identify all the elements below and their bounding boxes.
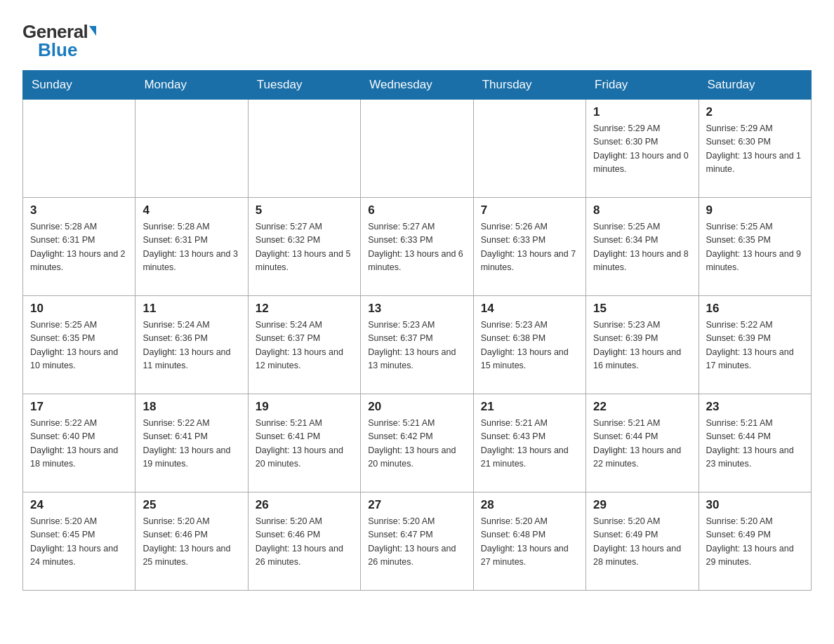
day-info: Sunrise: 5:20 AMSunset: 6:49 PMDaylight:… xyxy=(706,515,804,570)
calendar-day-12: 12Sunrise: 5:24 AMSunset: 6:37 PMDayligh… xyxy=(248,296,360,394)
day-number: 14 xyxy=(481,302,578,316)
day-info: Sunrise: 5:21 AMSunset: 6:41 PMDaylight:… xyxy=(256,417,353,471)
day-info: Sunrise: 5:26 AMSunset: 6:33 PMDaylight:… xyxy=(481,220,578,275)
logo-triangle-icon xyxy=(89,26,96,36)
calendar-day-empty xyxy=(135,100,248,198)
day-number: 26 xyxy=(256,498,353,512)
calendar-day-empty xyxy=(361,100,473,198)
calendar-week-1: 1Sunrise: 5:29 AMSunset: 6:30 PMDaylight… xyxy=(23,100,812,198)
calendar-day-30: 30Sunrise: 5:20 AMSunset: 6:49 PMDayligh… xyxy=(699,492,811,591)
calendar-day-17: 17Sunrise: 5:22 AMSunset: 6:40 PMDayligh… xyxy=(23,394,135,492)
day-number: 25 xyxy=(143,498,240,512)
calendar-day-26: 26Sunrise: 5:20 AMSunset: 6:46 PMDayligh… xyxy=(248,492,360,591)
day-number: 2 xyxy=(706,105,804,119)
calendar-day-3: 3Sunrise: 5:28 AMSunset: 6:31 PMDaylight… xyxy=(23,198,135,296)
calendar-day-7: 7Sunrise: 5:26 AMSunset: 6:33 PMDaylight… xyxy=(473,198,585,296)
day-number: 28 xyxy=(481,498,578,512)
day-header-saturday: Saturday xyxy=(699,71,811,100)
day-info: Sunrise: 5:23 AMSunset: 6:39 PMDaylight:… xyxy=(593,318,691,373)
day-header-wednesday: Wednesday xyxy=(361,71,473,100)
day-info: Sunrise: 5:23 AMSunset: 6:37 PMDaylight:… xyxy=(368,318,465,373)
calendar-day-24: 24Sunrise: 5:20 AMSunset: 6:45 PMDayligh… xyxy=(23,492,135,591)
day-info: Sunrise: 5:21 AMSunset: 6:42 PMDaylight:… xyxy=(368,417,465,471)
day-info: Sunrise: 5:29 AMSunset: 6:30 PMDaylight:… xyxy=(593,122,691,177)
day-number: 9 xyxy=(706,203,804,217)
calendar-week-4: 17Sunrise: 5:22 AMSunset: 6:40 PMDayligh… xyxy=(23,394,812,492)
day-number: 13 xyxy=(368,302,465,316)
day-info: Sunrise: 5:20 AMSunset: 6:48 PMDaylight:… xyxy=(481,515,578,570)
day-number: 24 xyxy=(30,498,128,512)
day-number: 29 xyxy=(593,498,691,512)
day-header-friday: Friday xyxy=(586,71,699,100)
calendar-day-25: 25Sunrise: 5:20 AMSunset: 6:46 PMDayligh… xyxy=(135,492,248,591)
day-info: Sunrise: 5:21 AMSunset: 6:44 PMDaylight:… xyxy=(706,417,804,471)
day-number: 27 xyxy=(368,498,465,512)
calendar-day-27: 27Sunrise: 5:20 AMSunset: 6:47 PMDayligh… xyxy=(361,492,473,591)
day-info: Sunrise: 5:22 AMSunset: 6:40 PMDaylight:… xyxy=(30,417,128,471)
calendar-week-5: 24Sunrise: 5:20 AMSunset: 6:45 PMDayligh… xyxy=(23,492,812,591)
calendar-day-20: 20Sunrise: 5:21 AMSunset: 6:42 PMDayligh… xyxy=(361,394,473,492)
day-number: 20 xyxy=(368,400,465,414)
day-info: Sunrise: 5:29 AMSunset: 6:30 PMDaylight:… xyxy=(706,122,804,177)
day-number: 30 xyxy=(706,498,804,512)
day-number: 1 xyxy=(593,105,691,119)
day-header-thursday: Thursday xyxy=(473,71,585,100)
calendar-day-9: 9Sunrise: 5:25 AMSunset: 6:35 PMDaylight… xyxy=(699,198,811,296)
day-number: 15 xyxy=(593,302,691,316)
day-info: Sunrise: 5:28 AMSunset: 6:31 PMDaylight:… xyxy=(143,220,240,275)
day-number: 5 xyxy=(256,203,353,217)
day-number: 6 xyxy=(368,203,465,217)
calendar-day-10: 10Sunrise: 5:25 AMSunset: 6:35 PMDayligh… xyxy=(23,296,135,394)
calendar-day-5: 5Sunrise: 5:27 AMSunset: 6:32 PMDaylight… xyxy=(248,198,360,296)
calendar-day-29: 29Sunrise: 5:20 AMSunset: 6:49 PMDayligh… xyxy=(586,492,699,591)
day-info: Sunrise: 5:24 AMSunset: 6:36 PMDaylight:… xyxy=(143,318,240,373)
day-header-tuesday: Tuesday xyxy=(248,71,360,100)
day-header-sunday: Sunday xyxy=(23,71,135,100)
calendar-day-11: 11Sunrise: 5:24 AMSunset: 6:36 PMDayligh… xyxy=(135,296,248,394)
day-info: Sunrise: 5:20 AMSunset: 6:46 PMDaylight:… xyxy=(143,515,240,570)
days-header-row: SundayMondayTuesdayWednesdayThursdayFrid… xyxy=(23,71,812,100)
day-info: Sunrise: 5:27 AMSunset: 6:33 PMDaylight:… xyxy=(368,220,465,275)
day-header-monday: Monday xyxy=(135,71,248,100)
calendar-day-empty xyxy=(23,100,135,198)
calendar-day-14: 14Sunrise: 5:23 AMSunset: 6:38 PMDayligh… xyxy=(473,296,585,394)
calendar-day-15: 15Sunrise: 5:23 AMSunset: 6:39 PMDayligh… xyxy=(586,296,699,394)
calendar-day-6: 6Sunrise: 5:27 AMSunset: 6:33 PMDaylight… xyxy=(361,198,473,296)
calendar-day-28: 28Sunrise: 5:20 AMSunset: 6:48 PMDayligh… xyxy=(473,492,585,591)
calendar-day-4: 4Sunrise: 5:28 AMSunset: 6:31 PMDaylight… xyxy=(135,198,248,296)
day-info: Sunrise: 5:28 AMSunset: 6:31 PMDaylight:… xyxy=(30,220,128,275)
day-number: 23 xyxy=(706,400,804,414)
day-info: Sunrise: 5:20 AMSunset: 6:45 PMDaylight:… xyxy=(30,515,128,570)
day-number: 11 xyxy=(143,302,240,316)
day-number: 17 xyxy=(30,400,128,414)
day-info: Sunrise: 5:21 AMSunset: 6:44 PMDaylight:… xyxy=(593,417,691,471)
day-info: Sunrise: 5:22 AMSunset: 6:39 PMDaylight:… xyxy=(706,318,804,373)
logo-general-text: General xyxy=(22,22,88,41)
calendar-day-2: 2Sunrise: 5:29 AMSunset: 6:30 PMDaylight… xyxy=(699,100,811,198)
day-info: Sunrise: 5:20 AMSunset: 6:49 PMDaylight:… xyxy=(593,515,691,570)
day-number: 12 xyxy=(256,302,353,316)
calendar-day-empty xyxy=(248,100,360,198)
day-number: 18 xyxy=(143,400,240,414)
day-number: 19 xyxy=(256,400,353,414)
day-info: Sunrise: 5:20 AMSunset: 6:47 PMDaylight:… xyxy=(368,515,465,570)
calendar-day-13: 13Sunrise: 5:23 AMSunset: 6:37 PMDayligh… xyxy=(361,296,473,394)
day-info: Sunrise: 5:25 AMSunset: 6:35 PMDaylight:… xyxy=(706,220,804,275)
day-number: 4 xyxy=(143,203,240,217)
day-number: 10 xyxy=(30,302,128,316)
day-info: Sunrise: 5:25 AMSunset: 6:35 PMDaylight:… xyxy=(30,318,128,373)
calendar-day-22: 22Sunrise: 5:21 AMSunset: 6:44 PMDayligh… xyxy=(586,394,699,492)
day-info: Sunrise: 5:23 AMSunset: 6:38 PMDaylight:… xyxy=(481,318,578,373)
day-info: Sunrise: 5:20 AMSunset: 6:46 PMDaylight:… xyxy=(256,515,353,570)
day-number: 21 xyxy=(481,400,578,414)
calendar-day-23: 23Sunrise: 5:21 AMSunset: 6:44 PMDayligh… xyxy=(699,394,811,492)
day-number: 8 xyxy=(593,203,691,217)
page-header: General Blue xyxy=(22,17,812,59)
day-info: Sunrise: 5:25 AMSunset: 6:34 PMDaylight:… xyxy=(593,220,691,275)
calendar-day-19: 19Sunrise: 5:21 AMSunset: 6:41 PMDayligh… xyxy=(248,394,360,492)
calendar-week-3: 10Sunrise: 5:25 AMSunset: 6:35 PMDayligh… xyxy=(23,296,812,394)
day-number: 3 xyxy=(30,203,128,217)
calendar-day-1: 1Sunrise: 5:29 AMSunset: 6:30 PMDaylight… xyxy=(586,100,699,198)
calendar-day-21: 21Sunrise: 5:21 AMSunset: 6:43 PMDayligh… xyxy=(473,394,585,492)
day-number: 7 xyxy=(481,203,578,217)
